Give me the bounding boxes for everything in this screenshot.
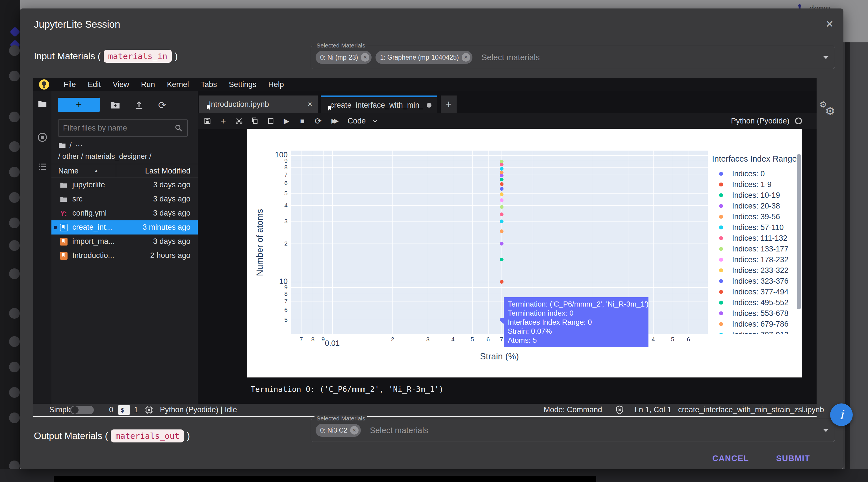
breadcrumb-root[interactable]: / xyxy=(69,141,72,150)
table-of-contents-icon[interactable] xyxy=(37,162,48,172)
app-rail-icon[interactable] xyxy=(9,71,20,82)
app-rail-icon[interactable] xyxy=(9,336,20,347)
app-rail-icon[interactable] xyxy=(9,240,20,251)
sort-ascending-icon[interactable]: ▲ xyxy=(94,168,99,174)
save-icon[interactable] xyxy=(201,115,214,127)
data-point[interactable] xyxy=(500,220,503,223)
file-row[interactable]: Y:config.yml3 days ago xyxy=(52,206,198,220)
column-last-modified[interactable]: Last Modified xyxy=(145,167,190,175)
info-button[interactable]: i xyxy=(830,404,853,426)
new-launcher-button[interactable]: + xyxy=(58,98,100,112)
data-point[interactable] xyxy=(500,187,503,191)
file-row[interactable]: src3 days ago xyxy=(52,192,198,206)
legend-item[interactable]: Indices: 679-786 xyxy=(716,319,795,329)
breadcrumb-path[interactable]: / other / materials_designer / xyxy=(58,152,151,161)
legend-item[interactable]: Indices: 0 xyxy=(716,168,795,179)
terminals-count[interactable]: 0 xyxy=(109,406,113,414)
app-rail-icon[interactable] xyxy=(9,308,20,319)
output-materials-select[interactable]: Selected Materials 0: Ni3 C2×Select mate… xyxy=(311,419,835,442)
app-rail-icon[interactable] xyxy=(9,111,20,122)
tab-create-interface[interactable]: create_interface_with_min_ xyxy=(321,96,437,113)
home-folder-icon[interactable] xyxy=(58,141,66,149)
input-materials-select[interactable]: Selected Materials 0: Ni (mp-23)×1: Grap… xyxy=(311,46,835,69)
kernel-status-text[interactable]: Python (Pyodide) | Idle xyxy=(160,406,237,414)
data-point[interactable] xyxy=(500,280,503,284)
simple-mode-toggle[interactable] xyxy=(70,406,94,414)
chip-remove-icon[interactable]: × xyxy=(462,53,470,62)
data-point[interactable] xyxy=(500,192,503,196)
app-rail-icon[interactable] xyxy=(9,192,20,203)
close-icon[interactable]: × xyxy=(308,100,312,109)
data-point[interactable] xyxy=(500,178,503,182)
refresh-icon[interactable]: ⟳ xyxy=(157,99,168,111)
legend-item[interactable]: Indices: 1-9 xyxy=(716,179,795,190)
menu-file[interactable]: File xyxy=(58,80,82,89)
app-rail-icon[interactable] xyxy=(9,141,20,152)
legend-item[interactable]: Indices: 111-132 xyxy=(716,233,795,244)
restart-kernel-icon[interactable]: ⟳ xyxy=(312,115,324,127)
file-row[interactable]: Introductio...2 hours ago xyxy=(52,249,198,263)
menu-settings[interactable]: Settings xyxy=(223,80,262,89)
data-point[interactable] xyxy=(500,198,503,202)
menu-view[interactable]: View xyxy=(107,80,135,89)
close-icon[interactable]: × xyxy=(823,17,836,31)
app-rail-icon[interactable] xyxy=(9,387,20,398)
menu-run[interactable]: Run xyxy=(135,80,161,89)
legend-item[interactable]: Indices: 10-19 xyxy=(716,190,795,201)
insert-cell-icon[interactable]: + xyxy=(217,115,229,127)
app-rail-icon[interactable] xyxy=(9,167,20,178)
submit-button[interactable]: SUBMIT xyxy=(776,454,810,463)
material-chip[interactable]: 0: Ni3 C2× xyxy=(316,424,361,437)
data-point[interactable] xyxy=(500,174,503,178)
breadcrumb-ellipsis[interactable]: ⋯ xyxy=(75,141,83,150)
paste-cells-icon[interactable] xyxy=(265,115,277,127)
kernel-selector[interactable]: Python (Pyodide) xyxy=(731,113,802,129)
data-point[interactable] xyxy=(500,242,503,246)
cell-type-dropdown[interactable]: Code xyxy=(347,117,377,125)
settings-gears-icon[interactable]: ⚙⚙ xyxy=(819,99,837,118)
legend-item[interactable]: Indices: 553-678 xyxy=(716,308,795,319)
data-point[interactable] xyxy=(500,213,503,216)
mode-indicator[interactable]: Mode: Command xyxy=(544,406,602,414)
file-browser-icon[interactable] xyxy=(37,99,48,109)
menu-kernel[interactable]: Kernel xyxy=(161,80,195,89)
menu-help[interactable]: Help xyxy=(262,80,290,89)
running-sessions-icon[interactable] xyxy=(37,132,48,142)
new-tab-icon[interactable]: + xyxy=(441,96,457,113)
restart-run-all-icon[interactable]: ▶▶ xyxy=(328,115,340,127)
legend-item[interactable]: Indices: 20-38 xyxy=(716,201,795,211)
breadcrumb[interactable]: / ⋯ xyxy=(58,141,83,150)
scrollbar-thumb[interactable] xyxy=(797,154,801,309)
menu-edit[interactable]: Edit xyxy=(82,80,107,89)
column-name[interactable]: Name xyxy=(58,167,79,175)
data-point[interactable] xyxy=(500,229,503,233)
cut-cells-icon[interactable] xyxy=(233,115,245,127)
chevron-down-icon[interactable] xyxy=(824,56,829,59)
chip-remove-icon[interactable]: × xyxy=(350,426,359,435)
legend-item[interactable]: Indices: 57-110 xyxy=(716,222,795,233)
menu-tabs[interactable]: Tabs xyxy=(195,80,223,89)
stop-kernel-icon[interactable]: ■ xyxy=(296,115,309,127)
data-point[interactable] xyxy=(500,167,503,171)
legend-item[interactable]: Indices: 787-913 xyxy=(716,329,795,334)
app-rail-icon[interactable] xyxy=(9,413,20,423)
upload-icon[interactable] xyxy=(133,99,145,111)
kernels-count[interactable]: 1 xyxy=(134,406,138,414)
legend-item[interactable]: Indices: 133-177 xyxy=(716,244,795,254)
data-point[interactable] xyxy=(500,205,503,209)
file-row[interactable]: import_ma...3 days ago xyxy=(52,234,198,249)
data-point[interactable] xyxy=(500,258,503,261)
tab-introduction[interactable]: Introduction.ipynb× xyxy=(199,96,318,113)
chevron-down-icon[interactable] xyxy=(824,429,829,432)
legend-item[interactable]: Indices: 495-552 xyxy=(716,297,795,308)
material-chip[interactable]: 0: Ni (mp-23)× xyxy=(316,51,372,64)
chip-remove-icon[interactable]: × xyxy=(361,53,369,62)
cancel-button[interactable]: CANCEL xyxy=(712,454,749,463)
cursor-position[interactable]: Ln 1, Col 1 xyxy=(634,406,672,414)
file-row[interactable]: jupyterlite3 days ago xyxy=(52,178,198,192)
app-rail-icon[interactable] xyxy=(9,218,20,228)
material-chip[interactable]: 1: Graphene (mp-1040425)× xyxy=(375,51,472,64)
run-cell-icon[interactable]: ▶ xyxy=(280,115,293,127)
output-select-placeholder[interactable]: Select materials xyxy=(370,426,428,435)
app-rail-icon[interactable] xyxy=(9,268,20,279)
